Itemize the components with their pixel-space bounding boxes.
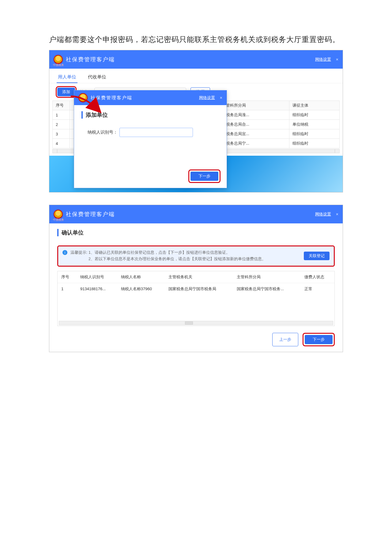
taxpayer-id-label: 纳税人识别号： bbox=[88, 130, 118, 135]
app-title: 社保费管理客户端 bbox=[66, 211, 115, 218]
cell-subject: 组织临时 bbox=[289, 110, 340, 120]
app-logo-icon bbox=[54, 55, 63, 64]
col-dept: 管科所分局 bbox=[223, 101, 289, 110]
cell-taxpayer-name: 纳税人名称37960 bbox=[117, 283, 165, 295]
tab-employer[interactable]: 用人单位 bbox=[57, 72, 77, 83]
app-logo-icon bbox=[54, 210, 63, 219]
titlebar: 中国税务 社保费管理客户端 网络设置 × bbox=[49, 205, 343, 223]
tip-box: i 温馨提示: 1、请确认已关联的单位社保登记信息，点击【下一步】按钮进行单位信… bbox=[57, 245, 335, 267]
app-title: 社保费管理客户端 bbox=[66, 56, 115, 63]
prev-button[interactable]: 上一步 bbox=[272, 333, 298, 346]
cell-idx: 3 bbox=[53, 129, 70, 139]
cell-dept: 税务总局宣... bbox=[223, 129, 289, 139]
info-icon: i bbox=[62, 250, 67, 255]
tip-line-1: 1、请确认已关联的单位社保登记信息，点击【下一步】按钮进行单位信息验证。 bbox=[89, 250, 230, 255]
logo-subtext: 中国税务 bbox=[53, 63, 64, 67]
cell-dept: 税务总局宁... bbox=[223, 139, 289, 148]
close-icon[interactable]: × bbox=[336, 57, 338, 62]
cell-idx: 4 bbox=[53, 139, 70, 148]
scrollbar-thumb[interactable] bbox=[185, 321, 193, 325]
footer-buttons: 上一步 下一步 bbox=[49, 328, 343, 352]
add-button[interactable]: 添加 bbox=[57, 88, 75, 96]
add-unit-dialog: 社保费管理客户端 网络设置 × 添加单位 纳税人识别号： 下一步 bbox=[74, 90, 227, 188]
cell-idx: 1 bbox=[58, 283, 77, 295]
cell-dept: 税务总局合... bbox=[223, 120, 289, 129]
col-tax-authority: 主管税务机关 bbox=[165, 271, 233, 283]
cell-subject: 组织临时 bbox=[289, 129, 340, 139]
titlebar: 中国税务 社保费管理客户端 网络设置 × bbox=[49, 50, 343, 69]
table-row[interactable]: 1 9134188176... 纳税人名称37960 国家税务总局宁国市税务局 … bbox=[58, 283, 334, 295]
cell-status: 正常 bbox=[301, 283, 334, 295]
next-button[interactable]: 下一步 bbox=[305, 335, 333, 344]
cell-tax-authority: 国家税务总局宁国市税务局 bbox=[165, 283, 233, 295]
next-button[interactable]: 下一步 bbox=[190, 172, 218, 181]
col-status: 缴费人状态 bbox=[301, 271, 334, 283]
col-taxpayer-name: 纳税人名称 bbox=[117, 271, 165, 283]
close-icon[interactable]: × bbox=[336, 212, 338, 217]
cell-dept: 税务总局淮... bbox=[223, 110, 289, 120]
cell-subject: 单位纳税 bbox=[289, 120, 340, 129]
taxpayer-id-input[interactable] bbox=[119, 128, 193, 137]
col-taxpayer-id: 纳税人识别号 bbox=[77, 271, 117, 283]
tabs: 用人单位 代收单位 bbox=[49, 69, 343, 83]
col-dept: 主管科所分局 bbox=[233, 271, 300, 283]
logo-subtext: 中国税务 bbox=[53, 218, 64, 222]
associate-register-button[interactable]: 关联登记 bbox=[304, 252, 330, 260]
network-settings-link[interactable]: 网络设置 bbox=[315, 57, 331, 62]
dialog-titlebar: 社保费管理客户端 网络设置 × bbox=[74, 90, 227, 105]
col-subject: 课征主体 bbox=[289, 101, 340, 110]
app-window-2: 中国税务 社保费管理客户端 网络设置 × 确认单位 i 温馨提示: 1、请确认已… bbox=[49, 205, 343, 352]
dialog-title: 社保费管理客户端 bbox=[91, 95, 132, 101]
cell-taxpayer-id: 9134188176... bbox=[77, 283, 117, 295]
cell-idx: 2 bbox=[53, 120, 70, 129]
col-index: 序号 bbox=[58, 271, 77, 283]
app-window-1: 中国税务 社保费管理客户端 网络设置 × 用人单位 代收单位 添加 搜索 : 重… bbox=[49, 50, 343, 192]
dialog-section-title: 添加单位 bbox=[81, 111, 219, 119]
tab-agent[interactable]: 代收单位 bbox=[87, 72, 107, 83]
section-title-confirm: 确认单位 bbox=[57, 229, 335, 236]
cell-dept: 国家税务总局宁国市税务... bbox=[233, 283, 300, 295]
cell-idx: 1 bbox=[53, 110, 70, 120]
network-settings-link[interactable]: 网络设置 bbox=[315, 211, 331, 217]
cell-subject: 组织临时 bbox=[289, 139, 340, 148]
close-icon[interactable]: × bbox=[220, 95, 222, 100]
app-logo-icon bbox=[78, 93, 88, 102]
h-scrollbar[interactable] bbox=[59, 321, 333, 325]
col-index: 序号 bbox=[53, 101, 70, 110]
tip-line-2: 2、若以下单位信息不是本次办理社保业务的单位，请点击【关联登记】按钮添加新的单位… bbox=[89, 257, 266, 261]
tip-prefix: 温馨提示: bbox=[70, 250, 87, 255]
confirm-table: 序号 纳税人识别号 纳税人名称 主管税务机关 主管科所分局 缴费人状态 1 91… bbox=[57, 271, 335, 326]
network-settings-link[interactable]: 网络设置 bbox=[199, 95, 215, 101]
intro-paragraph: 户端都需要这个申报密码，若忘记密码只能联系主管税务机关或到税务大厅重置密码。 bbox=[49, 34, 343, 45]
